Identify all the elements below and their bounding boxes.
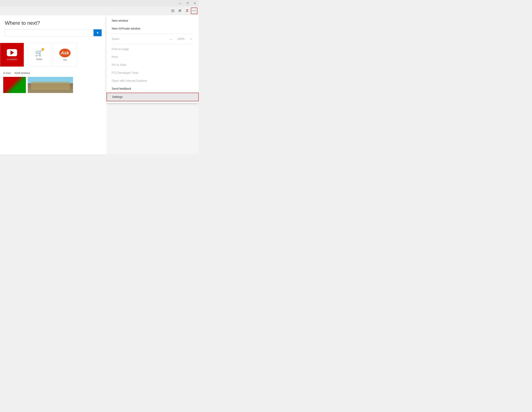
menu-item-settings[interactable]: Settings <box>107 93 199 101</box>
menu-item-open-ie[interactable]: Open with Internet Explorer <box>107 77 199 85</box>
tile-jumia-label: JUMIA <box>36 58 42 60</box>
news-section: le East North America <box>0 70 107 95</box>
tile-youtube[interactable]: ouTubeNG <box>0 43 24 67</box>
zoom-increase-button[interactable]: + <box>188 36 193 41</box>
news-tabs: le East North America <box>3 72 103 74</box>
news-image-flags[interactable] <box>3 77 26 93</box>
menu-divider-2 <box>112 44 193 44</box>
restore-button[interactable]: ❐ <box>184 0 191 7</box>
news-image-crash[interactable] <box>28 77 73 93</box>
zoom-row: Zoom — 100% + <box>107 35 199 43</box>
edit-button[interactable] <box>177 8 183 14</box>
jumia-cart-icon: 🛒 ★ <box>35 49 43 57</box>
tile-ask[interactable]: Ask Ask <box>53 43 77 67</box>
close-button[interactable]: ✕ <box>191 0 199 7</box>
search-button[interactable] <box>94 29 102 36</box>
hamburger-menu-button[interactable] <box>170 8 176 14</box>
svg-point-5 <box>187 9 188 10</box>
search-bar <box>5 29 102 36</box>
edit-icon <box>178 9 181 12</box>
browser-toolbar: ··· <box>0 7 199 15</box>
cart-star-icon: ★ <box>41 48 44 51</box>
tab-middle-east[interactable]: le East <box>3 72 11 74</box>
bell-icon <box>185 9 189 13</box>
play-triangle <box>10 50 14 55</box>
more-dots-icon: ··· <box>192 9 196 13</box>
title-bar: — ❐ ✕ <box>0 0 199 7</box>
menu-item-new-window[interactable]: New window <box>107 17 199 25</box>
zoom-decrease-button[interactable]: — <box>168 36 173 41</box>
svg-marker-6 <box>96 32 98 34</box>
ask-logo-icon: Ask <box>59 49 71 57</box>
search-arrow-icon <box>96 31 99 34</box>
zoom-value: 100% <box>176 37 186 41</box>
tiles-section: ouTubeNG 🛒 ★ JUMIA Ask Ask <box>0 39 107 70</box>
menu-item-find-on-page[interactable]: Find on page <box>107 45 199 53</box>
page-header: Where to next? <box>0 15 107 39</box>
page-content: Where to next? ouTubeNG <box>0 15 107 154</box>
menu-item-pin-to-start[interactable]: Pin to Start <box>107 61 199 69</box>
menu-item-print[interactable]: Print <box>107 53 199 61</box>
news-images <box>3 77 103 93</box>
main-content: Where to next? ouTubeNG <box>0 15 199 154</box>
tile-ask-label: Ask <box>63 59 67 61</box>
menu-item-send-feedback[interactable]: Send feedback <box>107 85 199 93</box>
minimize-button[interactable]: — <box>176 0 184 7</box>
zoom-label: Zoom <box>112 37 166 41</box>
dropdown-menu: New window New InPrivate window Zoom — 1… <box>107 15 199 103</box>
youtube-play-icon <box>7 49 17 56</box>
notifications-button[interactable] <box>184 8 190 14</box>
page-title: Where to next? <box>5 20 102 26</box>
menu-item-new-inprivate[interactable]: New InPrivate window <box>107 25 199 33</box>
menu-divider-1 <box>112 34 193 34</box>
search-input[interactable] <box>5 29 94 36</box>
tile-jumia[interactable]: 🛒 ★ JUMIA <box>27 43 51 67</box>
hamburger-icon <box>171 10 174 12</box>
tab-north-america[interactable]: North America <box>15 72 30 74</box>
more-options-button[interactable]: ··· <box>191 8 197 14</box>
tile-youtube-label: ouTubeNG <box>7 58 17 61</box>
menu-item-f12-dev-tools[interactable]: F12 Developer Tools <box>107 69 199 77</box>
